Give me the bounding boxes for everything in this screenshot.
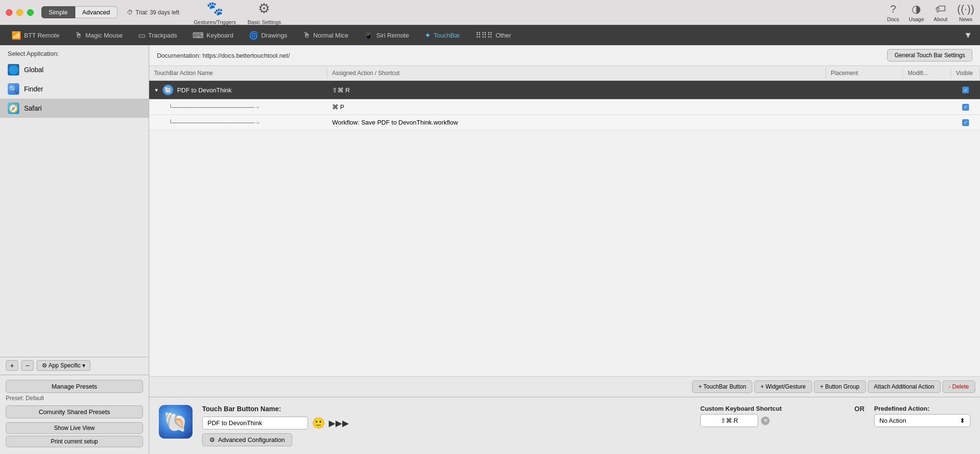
col-action: Assigned Action / Shortcut: [327, 68, 826, 78]
add-widget-button[interactable]: + Widget/Gesture: [754, 380, 812, 393]
action-select-dropdown[interactable]: No Action ⬍: [874, 414, 970, 427]
about-button[interactable]: 🏷 About: [934, 3, 948, 22]
action-label: Predefined Action:: [874, 405, 970, 412]
show-live-view-button[interactable]: Show Live View: [6, 422, 143, 434]
about-label: About: [934, 16, 948, 22]
gear-icon: ⚙: [256, 0, 273, 17]
shortcut-section: Custom Keyboard Shortcut ⇧⌘ R ✕: [700, 405, 845, 427]
tab-siri-remote[interactable]: 📱 Siri Remote: [356, 25, 417, 45]
remove-app-button[interactable]: −: [21, 360, 34, 371]
detail-app-icon: 🐚: [159, 405, 193, 439]
close-button[interactable]: [6, 9, 13, 16]
table-sub-row-1[interactable]: └────────────────────→ ⌘ P ✓: [149, 100, 980, 115]
table-row[interactable]: ▼ 🐚 PDF to DevonThink ⇧⌘ R ✓: [149, 81, 980, 100]
minimize-button[interactable]: [16, 9, 23, 16]
gestures-triggers-button[interactable]: 🐾 Gestures/Triggers: [194, 0, 236, 25]
add-app-button[interactable]: +: [6, 360, 18, 371]
delete-button[interactable]: - Delete: [942, 380, 975, 393]
keyboard-label: Keyboard: [206, 32, 233, 39]
usage-button[interactable]: ◑ Usage: [909, 3, 924, 22]
row-name: PDF to DevonThink: [177, 87, 232, 94]
expand-arrow[interactable]: ▼: [154, 88, 159, 93]
tab-magic-mouse[interactable]: 🖱 Magic Mouse: [67, 25, 130, 45]
sidebar-item-finder[interactable]: 🔍 Finder: [0, 79, 149, 99]
col-modifier: Modifi...: [903, 68, 951, 78]
table-container: TouchBar Action Name Assigned Action / S…: [149, 66, 980, 376]
docs-button[interactable]: ? Docs: [887, 3, 899, 22]
simple-mode-button[interactable]: Simple: [41, 6, 75, 18]
sub-row-shortcut-1: ⌘ P: [327, 100, 826, 114]
detail-name-input[interactable]: [202, 416, 308, 429]
trackpads-icon: ▭: [138, 31, 145, 40]
row-icon: 🐚: [163, 85, 173, 95]
tabs-dropdown-arrow[interactable]: ▼: [960, 30, 976, 40]
sub-row-visible-1[interactable]: ✓: [951, 100, 980, 114]
attach-action-button[interactable]: Attach Additional Action: [868, 380, 941, 393]
settings-label: Basic Settings: [247, 19, 281, 25]
row-modifier: [903, 86, 951, 94]
shortcut-display[interactable]: ⇧⌘ R: [700, 414, 758, 427]
global-icon: 🌐: [8, 64, 19, 76]
other-label: Other: [496, 32, 512, 39]
general-touch-bar-settings-button[interactable]: General Touch Bar Settings: [887, 49, 972, 62]
sidebar-item-safari[interactable]: 🧭 Safari: [0, 99, 149, 118]
tab-trackpads[interactable]: ▭ Trackpads: [130, 25, 185, 45]
tab-drawings[interactable]: 🌀 Drawings: [241, 25, 295, 45]
table-sub-row-2[interactable]: └────────────────────→ Workflow: Save PD…: [149, 115, 980, 130]
table-header: TouchBar Action Name Assigned Action / S…: [149, 66, 980, 81]
safari-label: Safari: [24, 104, 42, 112]
tab-other[interactable]: ⠿⠿⠿ Other: [468, 25, 519, 45]
sub-row-placement-1: [826, 103, 903, 111]
tab-normal-mice[interactable]: 🖱 Normal Mice: [295, 25, 356, 45]
tab-btt-remote[interactable]: 📶 BTT Remote: [4, 25, 67, 45]
community-presets-button[interactable]: Comunity Shared Presets: [6, 405, 143, 418]
news-button[interactable]: ((·)) News: [957, 3, 974, 22]
advanced-mode-button[interactable]: Advanced: [75, 6, 117, 18]
print-setup-button[interactable]: Print current setup: [6, 436, 143, 447]
col-name: TouchBar Action Name: [149, 68, 327, 78]
other-icon: ⠿⠿⠿: [476, 31, 493, 40]
sub-row-modifier-1: [903, 103, 951, 111]
sub-checkbox-2-icon: ✓: [962, 119, 969, 126]
finder-icon: 🔍: [8, 83, 19, 95]
play-button[interactable]: ▶▶▶: [329, 418, 349, 429]
news-label: News: [959, 16, 973, 22]
add-touchbar-button[interactable]: + TouchBar Button: [692, 380, 752, 393]
question-icon: ?: [890, 3, 896, 15]
preset-text: Preset: Default: [6, 395, 143, 402]
maximize-button[interactable]: [27, 9, 34, 16]
sidebar-header: Select Application:: [0, 45, 149, 60]
trial-info: ⏱ Trial: 39 days left: [127, 9, 180, 16]
btt-remote-label: BTT Remote: [24, 32, 59, 39]
sub-row-placement-2: [826, 119, 903, 126]
action-value: No Action: [879, 417, 906, 424]
siri-remote-icon: 📱: [364, 31, 374, 40]
sub-row-line-icon: └────────────────────→: [168, 104, 260, 111]
tab-keyboard[interactable]: ⌨ Keyboard: [185, 25, 241, 45]
clock-icon: ⏱: [127, 9, 133, 16]
touchbar-icon: ✦: [425, 31, 431, 40]
sub-row-visible-2[interactable]: ✓: [951, 115, 980, 130]
gestures-label: Gestures/Triggers: [194, 19, 236, 25]
advanced-config-button[interactable]: ⚙ Advanced Configuration: [202, 433, 292, 446]
row-visible-checkbox[interactable]: ✓: [951, 83, 980, 97]
tab-touchbar[interactable]: ✦ TouchBar: [417, 25, 468, 45]
basic-settings-button[interactable]: ⚙ Basic Settings: [247, 0, 281, 25]
sidebar-item-global[interactable]: 🌐 Global: [0, 60, 149, 79]
emoji-button[interactable]: 🙂: [312, 417, 325, 429]
sub-row-shortcut-2: Workflow: Save PDF to DevonThink.workflo…: [327, 115, 826, 130]
or-label: OR: [854, 405, 864, 413]
sub-row-name-cell-2: └────────────────────→: [149, 115, 327, 130]
doc-url[interactable]: Documentation: https://docs.bettertoucht…: [157, 52, 290, 59]
mode-buttons: Simple Advanced: [41, 6, 117, 18]
action-dropdown-arrow: ⬍: [960, 417, 965, 424]
action-bar: + TouchBar Button + Widget/Gesture + But…: [149, 376, 980, 397]
app-specific-button[interactable]: ⚙ App Specific ▾: [37, 360, 90, 371]
manage-presets-button[interactable]: Manage Presets: [6, 380, 143, 393]
shortcut-clear-button[interactable]: ✕: [761, 416, 770, 425]
normal-mice-label: Normal Mice: [313, 32, 348, 39]
app-list: 🌐 Global 🔍 Finder 🧭 Safari: [0, 60, 149, 357]
add-group-button[interactable]: + Button Group: [814, 380, 866, 393]
global-label: Global: [24, 66, 43, 74]
detail-name-row: 🙂 ▶▶▶: [202, 416, 691, 429]
